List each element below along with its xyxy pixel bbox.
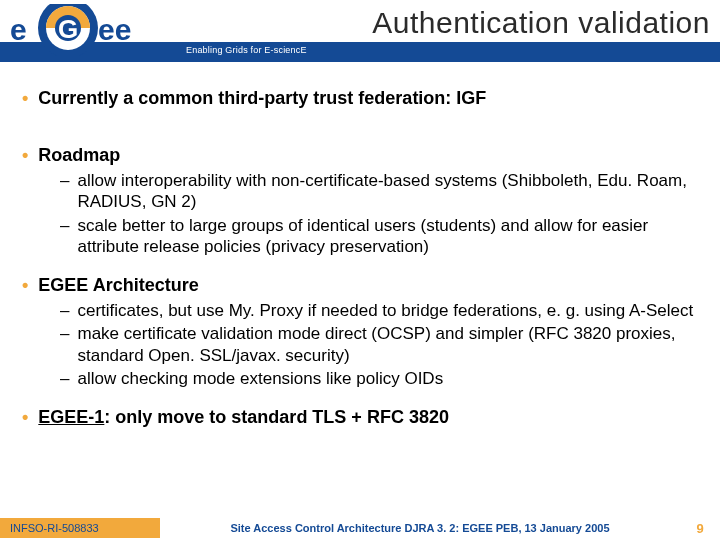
footer-ref: INFSO-RI-508833 — [0, 518, 160, 538]
dash-icon: – — [60, 300, 69, 321]
sub-item: – allow checking mode extensions like po… — [60, 368, 698, 389]
sub-text: allow checking mode extensions like poli… — [77, 368, 698, 389]
roadmap-sub: – allow interoperability with non-certif… — [60, 170, 698, 257]
footer: INFSO-RI-508833 Site Access Control Arch… — [0, 516, 720, 540]
sub-text: allow interoperability with non-certific… — [77, 170, 698, 213]
sub-text: scale better to large groups of identica… — [77, 215, 698, 258]
egee1-label: EGEE-1 — [38, 407, 104, 427]
page-number: 9 — [680, 521, 720, 536]
sub-text: certificates, but use My. Proxy if neede… — [77, 300, 698, 321]
bullet-icon: • — [22, 408, 28, 426]
dash-icon: – — [60, 215, 69, 236]
sub-item: – make certificate validation mode direc… — [60, 323, 698, 366]
slide-title: Authentication validation — [372, 6, 710, 40]
svg-text:e: e — [10, 13, 27, 46]
sub-item: – scale better to large groups of identi… — [60, 215, 698, 258]
sub-text: make certificate validation mode direct … — [77, 323, 698, 366]
slide-body: • Currently a common third-party trust f… — [0, 64, 720, 428]
dash-icon: – — [60, 170, 69, 191]
bullet-text: EGEE-1: only move to standard TLS + RFC … — [38, 407, 449, 428]
bullet-text: Roadmap — [38, 145, 120, 166]
bullet-trust-federation: • Currently a common third-party trust f… — [22, 88, 698, 109]
bullet-icon: • — [22, 146, 28, 164]
header: e ee G Authentication validation Enablin… — [0, 0, 720, 64]
bullet-egee1: • EGEE-1: only move to standard TLS + RF… — [22, 407, 698, 428]
bullet-text: EGEE Architecture — [38, 275, 198, 296]
bullet-icon: • — [22, 89, 28, 107]
svg-text:G: G — [58, 14, 78, 44]
bullet-egee-arch: • EGEE Architecture — [22, 275, 698, 296]
dash-icon: – — [60, 323, 69, 344]
sub-item: – certificates, but use My. Proxy if nee… — [60, 300, 698, 321]
egee1-rest: : only move to standard TLS + RFC 3820 — [104, 407, 449, 427]
egee-logo: e ee G — [6, 4, 176, 56]
svg-text:ee: ee — [98, 13, 131, 46]
dash-icon: – — [60, 368, 69, 389]
bullet-text: Currently a common third-party trust fed… — [38, 88, 486, 109]
bullet-icon: • — [22, 276, 28, 294]
sub-item: – allow interoperability with non-certif… — [60, 170, 698, 213]
tagline: Enabling Grids for E-sciencE — [186, 45, 307, 55]
arch-sub: – certificates, but use My. Proxy if nee… — [60, 300, 698, 389]
footer-title: Site Access Control Architecture DJRA 3.… — [160, 522, 680, 534]
slide: e ee G Authentication validation Enablin… — [0, 0, 720, 540]
bullet-roadmap: • Roadmap — [22, 145, 698, 166]
